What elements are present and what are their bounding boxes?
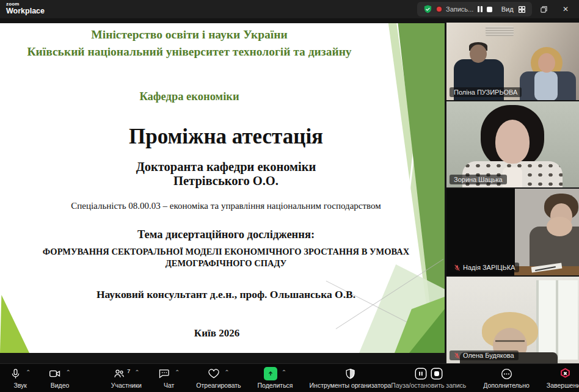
chat-button[interactable]: ⌃ Чат (158, 368, 180, 389)
slide-topic-label: Тема дисертаційного дослідження: (9, 228, 443, 241)
decor-triangle-bottom-left (0, 295, 29, 353)
audio-button[interactable]: ⌃ Звук (10, 368, 31, 389)
shared-presentation-slide: Міністерство освіти і науки України Київ… (0, 23, 445, 353)
chat-icon (158, 368, 170, 380)
more-button[interactable]: Дополнительно (483, 368, 530, 389)
participant-video-strip: Поліна ПУЗИРЬОВА Зорина Шацька (446, 23, 579, 363)
participant-name-tag: Надія ЗАРІЦЬКА (450, 263, 519, 272)
camera-icon (49, 368, 61, 380)
host-tools-shield-icon (344, 368, 356, 380)
chevron-up-icon[interactable]: ⌃ (26, 369, 31, 376)
slide-department-line: Кафедра економіки (0, 90, 379, 103)
window-title-bar: zoom Workplace Запись... Вид (0, 0, 579, 18)
participant-name-tag: Зорина Шацька (450, 175, 507, 184)
minimize-icon[interactable] (511, 0, 533, 18)
meeting-toolbar: ⌃ Звук ⌃ Видео (0, 363, 579, 392)
participant-tile[interactable]: Олена Будякова (446, 277, 579, 363)
slide-university-line: Київський національний університет техно… (0, 45, 379, 59)
participants-button[interactable]: 7 ⌃ Участники (111, 368, 142, 389)
slide-topic-line1: ФОРМУВАННЯ СЕКТОРАЛЬНОЇ МОДЕЛІ ЕКОНОМІЧН… (9, 246, 443, 258)
stop-recording-icon[interactable] (487, 7, 492, 12)
record-dot-icon (437, 7, 442, 12)
participant-name: Надія ЗАРІЦЬКА (463, 264, 515, 271)
stop-record-icon[interactable] (430, 367, 443, 380)
host-tools-button[interactable]: Инструменты организатора (310, 368, 391, 389)
end-meeting-icon (559, 368, 572, 380)
recording-label: Запись... (446, 5, 473, 13)
zoom-workplace-logo: zoom Workplace (6, 2, 45, 15)
video-button[interactable]: ⌃ Видео (49, 368, 70, 389)
slide-subtitle-line1: Докторанта кафедри економіки (9, 160, 443, 174)
pause-record-icon[interactable] (414, 367, 428, 380)
participant-video (536, 280, 578, 360)
slide-city-year: Київ 2026 (3, 327, 431, 339)
participant-tile[interactable]: Зорина Шацька (446, 101, 579, 187)
share-screen-icon (264, 367, 277, 380)
heart-icon (208, 368, 220, 380)
slide-subtitle: Докторанта кафедри економіки Петрівськог… (9, 160, 443, 188)
participant-name: Зорина Шацька (454, 176, 503, 183)
slide-title: Проміжна атестація (9, 125, 443, 149)
logo-workplace-text: Workplace (6, 7, 45, 15)
chevron-up-icon[interactable]: ⌃ (134, 369, 139, 376)
participant-video (486, 26, 514, 36)
participant-name: Поліна ПУЗИРЬОВА (454, 89, 517, 96)
logo-zoom-text: zoom (6, 2, 45, 7)
react-button[interactable]: ⌃ Отреагировать (196, 368, 241, 389)
slide-subtitle-line2: Петрівського О.О. (9, 174, 443, 188)
slide-ministry-line: Міністерство освіти і науки України (0, 28, 379, 42)
window-controls: ✕ (511, 0, 577, 18)
participant-name: Олена Будякова (463, 352, 514, 359)
participant-name-tag: Поліна ПУЗИРЬОВА (450, 87, 522, 97)
zoom-meeting-window: zoom Workplace Запись... Вид (0, 0, 579, 392)
slide-topic-text: ФОРМУВАННЯ СЕКТОРАЛЬНОЇ МОДЕЛІ ЕКОНОМІЧН… (9, 246, 443, 269)
end-meeting-button[interactable]: Завершение (547, 368, 579, 389)
share-screen-button[interactable]: ⌃ Поделиться (258, 368, 293, 389)
chevron-up-icon[interactable]: ⌃ (224, 369, 229, 376)
close-icon[interactable]: ✕ (555, 0, 577, 18)
participant-tile[interactable]: Надія ЗАРІЦЬКА (446, 189, 579, 275)
muted-mic-icon (454, 352, 461, 359)
participant-tile[interactable]: Поліна ПУЗИРЬОВА (446, 23, 579, 100)
more-ellipsis-icon (500, 368, 513, 380)
participants-count-badge: 7 (127, 368, 130, 374)
maximize-icon[interactable] (533, 0, 555, 18)
slide-advisor-line: Науковий консультант д.е.н., проф. Ольша… (9, 288, 443, 301)
pause-recording-icon[interactable] (478, 6, 482, 12)
slide-topic-line2: ДЕМОГРАФІЧНОГО СПАДУ (9, 258, 443, 269)
slide-specialty-line: Спеціальність 08.00.03 – економіка та уп… (9, 201, 443, 211)
muted-mic-icon (454, 264, 461, 271)
pause-stop-record-button[interactable]: Пауза/остановить запись (391, 368, 466, 389)
chevron-up-icon[interactable]: ⌃ (282, 369, 286, 376)
participants-icon (113, 368, 125, 380)
security-shield-icon[interactable] (423, 4, 432, 14)
microphone-icon (10, 368, 21, 380)
participant-name-tag: Олена Будякова (450, 350, 519, 360)
chevron-up-icon[interactable]: ⌃ (65, 369, 70, 376)
chevron-up-icon[interactable]: ⌃ (175, 369, 180, 376)
